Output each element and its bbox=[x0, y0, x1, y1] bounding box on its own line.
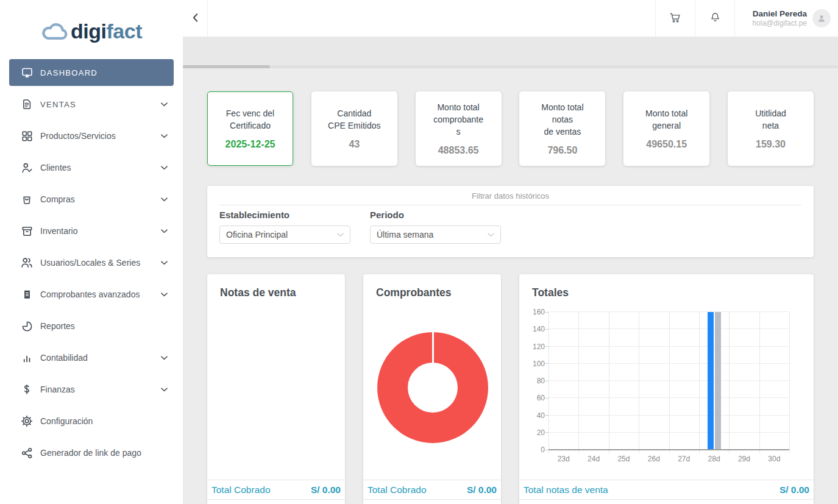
sidebar-item-ventas[interactable]: VENTAS bbox=[0, 88, 183, 120]
bar-chart-icon bbox=[20, 351, 34, 364]
notas-footer-row: Total Cobrado S/ 0.00 bbox=[207, 480, 345, 500]
main-content: Fec venc del Certificado2025-12-25Cantid… bbox=[183, 69, 838, 504]
footer-label: Total notas de venta bbox=[524, 484, 608, 495]
stat-card-label: Fec venc del Certificado bbox=[226, 107, 274, 132]
comprobantes-donut-chart bbox=[377, 332, 488, 443]
stat-card-1: Cantidad CPE Emitidos43 bbox=[311, 91, 397, 166]
chevron-down-icon bbox=[161, 388, 168, 392]
x-axis-label: 25d bbox=[609, 455, 639, 463]
chevron-down-icon bbox=[161, 197, 168, 202]
cart-button[interactable] bbox=[655, 0, 695, 37]
shopping-bag-icon bbox=[20, 193, 34, 206]
totales-chart-area: 02040608010012014016023d24d25d26d27d28d2… bbox=[519, 299, 814, 480]
horizontal-scrollbar-thumb[interactable] bbox=[183, 65, 270, 68]
gridline bbox=[729, 312, 730, 453]
sidebar-item-label: DASHBOARD bbox=[40, 68, 168, 77]
toolbar-band bbox=[183, 37, 838, 67]
sidebar-item-finanzas[interactable]: Finanzas bbox=[0, 374, 183, 405]
logo-text: digifact bbox=[71, 20, 142, 43]
sidebar-item-label: Productos/Servicios bbox=[40, 131, 161, 141]
bar-series-gray-28d bbox=[715, 312, 721, 450]
chevron-down-icon bbox=[337, 233, 344, 237]
stat-card-label: Monto total general bbox=[645, 107, 687, 132]
stat-card-label: Cantidad CPE Emitidos bbox=[328, 107, 380, 132]
chevron-down-icon bbox=[161, 293, 168, 297]
sidebar-item-generador-link-pago[interactable]: Generador de link de pago bbox=[0, 437, 183, 469]
user-email: hola@digifact.pe bbox=[752, 19, 807, 27]
bar-chart-plot-area: 02040608010012014016023d24d25d26d27d28d2… bbox=[549, 312, 789, 450]
sidebar-item-dashboard[interactable]: DASHBOARD bbox=[9, 59, 174, 86]
sidebar-item-comprobantes-avanzados[interactable]: Comprobantes avanzados bbox=[0, 279, 183, 310]
y-axis-label: 140 bbox=[519, 325, 545, 333]
gear-icon bbox=[20, 414, 34, 428]
sidebar-item-label: Finanzas bbox=[40, 385, 161, 394]
totales-chart-title: Totales bbox=[532, 286, 801, 299]
y-axis-label: 80 bbox=[519, 377, 545, 385]
totales-card: Totales 02040608010012014016023d24d25d26… bbox=[519, 274, 814, 504]
sidebar-item-label: VENTAS bbox=[40, 100, 161, 109]
sidebar: digifact DASHBOARDVENTASProductos/Servic… bbox=[0, 0, 183, 504]
avatar bbox=[812, 9, 831, 27]
x-axis-label: 24d bbox=[578, 455, 608, 463]
sidebar-collapse-button[interactable] bbox=[183, 0, 208, 37]
x-axis-label: 27d bbox=[669, 455, 699, 463]
sidebar-item-productos-servicios[interactable]: Productos/Servicios bbox=[0, 120, 183, 152]
stat-card-label: Utitlidad neta bbox=[755, 107, 786, 132]
sidebar-item-reportes[interactable]: Reportes bbox=[0, 310, 183, 342]
establecimiento-select[interactable]: Oficina Principal bbox=[219, 225, 350, 244]
stat-cards-row: Fec venc del Certificado2025-12-25Cantid… bbox=[207, 91, 814, 166]
sidebar-item-usuarios-locales-series[interactable]: Usuarios/Locales & Series bbox=[0, 247, 183, 279]
notas-chart-area bbox=[207, 299, 345, 480]
stat-card-value: 43 bbox=[349, 139, 360, 150]
sidebar-item-configuracion[interactable]: Configuración bbox=[0, 405, 183, 437]
sidebar-item-label: Usuarios/Locales & Series bbox=[40, 258, 161, 268]
periodo-select[interactable]: Última semana bbox=[370, 225, 501, 244]
stat-card-value: 796.50 bbox=[547, 145, 577, 156]
gridline bbox=[789, 312, 790, 453]
receipt-icon bbox=[20, 288, 34, 301]
gridline bbox=[639, 312, 639, 453]
footer-label: Total Cobrado bbox=[211, 484, 271, 495]
pie-chart-icon bbox=[20, 319, 34, 333]
charts-row: Notas de venta Total Cobrado S/ 0.00 Com… bbox=[207, 274, 814, 504]
notifications-button[interactable] bbox=[695, 0, 734, 37]
footer-value: S/ 0.00 bbox=[779, 484, 809, 495]
cloud-icon bbox=[41, 20, 69, 43]
x-axis-label: 30d bbox=[759, 455, 789, 463]
totales-bar-chart: 02040608010012014016023d24d25d26d27d28d2… bbox=[519, 299, 814, 480]
stat-card-label: Monto total comprobante s bbox=[433, 101, 483, 138]
x-axis-label: 26d bbox=[639, 455, 669, 463]
notas-chart-title: Notas de venta bbox=[220, 286, 332, 299]
stat-card-value: 159.30 bbox=[756, 139, 786, 150]
sidebar-item-clientes[interactable]: Clientes bbox=[0, 152, 183, 183]
sidebar-item-inventario[interactable]: Inventario bbox=[0, 215, 183, 247]
x-axis-label: 23d bbox=[549, 455, 578, 463]
gridline bbox=[759, 312, 760, 453]
gridline bbox=[669, 312, 670, 453]
logo-text-secondary: fact bbox=[106, 20, 141, 43]
user-check-icon bbox=[20, 161, 34, 174]
stat-card-value: 49650.15 bbox=[646, 139, 687, 150]
stat-card-0: Fec venc del Certificado2025-12-25 bbox=[207, 91, 293, 166]
stat-card-4: Monto total general49650.15 bbox=[623, 91, 709, 166]
filter-fields: Establecimiento Oficina Principal Period… bbox=[207, 210, 814, 244]
sidebar-item-contabilidad[interactable]: Contabilidad bbox=[0, 342, 183, 374]
y-axis-label: 20 bbox=[519, 428, 545, 437]
users-icon bbox=[20, 256, 34, 269]
sidebar-item-label: Generador de link de pago bbox=[40, 448, 168, 458]
periodo-label: Periodo bbox=[370, 210, 520, 220]
chevron-down-icon bbox=[161, 261, 168, 265]
horizontal-scrollbar[interactable] bbox=[183, 65, 838, 68]
sidebar-item-label: Compras bbox=[40, 194, 161, 204]
notas-de-venta-card: Notas de venta Total Cobrado S/ 0.00 bbox=[207, 274, 345, 504]
sidebar-item-compras[interactable]: Compras bbox=[0, 183, 183, 215]
gridline bbox=[609, 312, 609, 453]
y-axis-label: 100 bbox=[519, 360, 545, 368]
share-icon bbox=[20, 446, 34, 460]
sidebar-item-label: Reportes bbox=[40, 321, 168, 331]
y-axis-label: 0 bbox=[519, 445, 545, 454]
user-menu[interactable]: Daniel Pereda hola@digifact.pe bbox=[734, 0, 838, 37]
user-name: Daniel Pereda bbox=[752, 9, 807, 18]
gridline bbox=[578, 312, 579, 453]
chevron-down-icon bbox=[488, 233, 494, 237]
